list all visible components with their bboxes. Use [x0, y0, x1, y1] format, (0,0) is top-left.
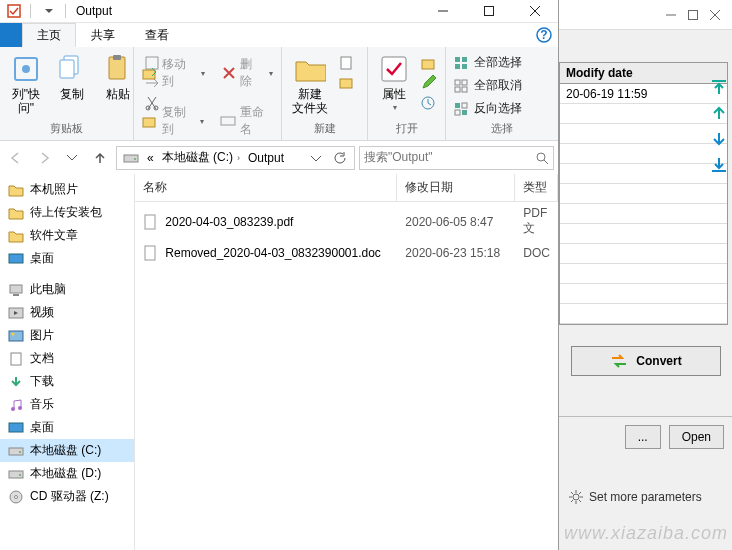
table-row[interactable] [560, 164, 727, 184]
table-row[interactable] [560, 264, 727, 284]
new-item-icon[interactable] [338, 55, 354, 71]
tab-share[interactable]: 共享 [76, 23, 130, 47]
tab-home[interactable]: 主页 [22, 23, 76, 47]
right-maximize-button[interactable] [688, 10, 698, 20]
tree-item[interactable]: 待上传安装包 [0, 201, 134, 224]
svg-rect-50 [9, 471, 23, 478]
nav-recent-button[interactable] [60, 146, 84, 170]
tree-item[interactable]: 本机照片 [0, 178, 134, 201]
right-close-button[interactable] [710, 10, 720, 20]
tree-item[interactable]: 图片 [0, 324, 134, 347]
rename-button[interactable]: 重命名 [218, 103, 275, 139]
table-row[interactable] [560, 244, 727, 264]
table-row[interactable] [560, 144, 727, 164]
table-row[interactable] [560, 304, 727, 324]
path-root-sep: « [143, 151, 158, 165]
col-modified[interactable]: 修改日期 [397, 174, 515, 201]
svg-rect-34 [124, 155, 138, 162]
copy-to-button[interactable]: 复制到▾ [140, 103, 206, 139]
tree-item[interactable]: 软件文章 [0, 224, 134, 247]
svg-rect-15 [143, 118, 155, 127]
convert-icon [610, 353, 628, 369]
table-row[interactable]: 20-06-19 11:59 [560, 84, 727, 104]
address-dropdown-button[interactable] [304, 146, 328, 170]
move-bottom-icon[interactable] [710, 156, 728, 174]
help-button[interactable]: ? [530, 23, 558, 47]
file-row[interactable]: Removed_2020-04-03_0832390001.doc2020-06… [135, 241, 558, 265]
tree-item[interactable]: 视频 [0, 301, 134, 324]
move-to-button[interactable]: 移动到▾ [140, 55, 207, 91]
path-drive[interactable]: 本地磁盘 (C:)› [158, 149, 244, 166]
svg-rect-54 [145, 215, 155, 229]
tree-item[interactable]: 音乐 [0, 393, 134, 416]
nav-tree[interactable]: 本机照片待上传安装包软件文章桌面此电脑视频图片文档下载音乐桌面本地磁盘 (C:)… [0, 174, 135, 550]
table-row[interactable] [560, 284, 727, 304]
svg-point-36 [537, 153, 545, 161]
tree-item[interactable]: 文档 [0, 347, 134, 370]
nav-back-button[interactable] [4, 146, 28, 170]
col-name[interactable]: 名称 [135, 174, 397, 201]
select-all-button[interactable]: 全部选择 [452, 53, 524, 72]
browse-button[interactable]: ... [625, 425, 661, 449]
file-list-header[interactable]: 名称 修改日期 类型 [135, 174, 558, 202]
history-icon[interactable] [420, 95, 436, 111]
file-icon [143, 245, 159, 261]
svg-rect-18 [340, 79, 352, 88]
nav-row: « 本地磁盘 (C:)› Output 搜索"Output" [0, 141, 558, 174]
open-button[interactable]: Open [669, 425, 724, 449]
path-folder[interactable]: Output [244, 151, 288, 165]
tree-item[interactable]: CD 驱动器 (Z:) [0, 485, 134, 508]
paste-icon [102, 53, 134, 85]
open-icon[interactable] [420, 55, 436, 71]
select-invert-button[interactable]: 反向选择 [452, 99, 524, 118]
group-clipboard-label: 剪贴板 [6, 121, 127, 138]
nav-forward-button[interactable] [32, 146, 56, 170]
set-more-parameters-link[interactable]: Set more parameters [569, 490, 702, 504]
address-bar[interactable]: « 本地磁盘 (C:)› Output [116, 146, 355, 170]
pin-quick-access-button[interactable]: 列"快问" [6, 51, 46, 118]
drive-icon [8, 443, 24, 459]
tree-item[interactable]: 本地磁盘 (C:) [0, 439, 134, 462]
tree-item[interactable]: 桌面 [0, 416, 134, 439]
svg-point-46 [18, 406, 22, 410]
new-folder-button[interactable]: 新建文件夹 [288, 51, 332, 118]
tree-item[interactable]: 本地磁盘 (D:) [0, 462, 134, 485]
tree-item[interactable]: 桌面 [0, 247, 134, 270]
close-button[interactable] [512, 0, 558, 23]
select-none-button[interactable]: 全部取消 [452, 76, 524, 95]
table-row[interactable] [560, 124, 727, 144]
ribbon: 列"快问" 复制 粘贴 剪贴板 [0, 47, 558, 141]
file-icon [143, 214, 159, 230]
nav-up-button[interactable] [88, 146, 112, 170]
drive-icon [119, 151, 143, 165]
copy-button[interactable]: 复制 [52, 51, 92, 103]
modify-date-header[interactable]: Modify date [560, 63, 727, 84]
tab-view[interactable]: 查看 [130, 23, 184, 47]
minimize-button[interactable] [420, 0, 466, 23]
move-top-icon[interactable] [710, 78, 728, 96]
easy-access-icon[interactable] [338, 75, 354, 91]
down-caret-icon[interactable] [41, 3, 57, 19]
table-row[interactable] [560, 184, 727, 204]
move-down-icon[interactable] [710, 130, 728, 148]
right-minimize-button[interactable] [666, 10, 676, 20]
col-type[interactable]: 类型 [515, 174, 558, 201]
maximize-button[interactable] [466, 0, 512, 23]
delete-button[interactable]: 删除▾ [219, 55, 275, 91]
tree-item[interactable]: 此电脑 [0, 278, 134, 301]
table-row[interactable] [560, 224, 727, 244]
move-up-icon[interactable] [710, 104, 728, 122]
paste-button[interactable]: 粘贴 [98, 51, 138, 103]
search-input[interactable]: 搜索"Output" [359, 146, 554, 170]
refresh-button[interactable] [328, 146, 352, 170]
file-tab[interactable] [0, 23, 22, 47]
svg-rect-26 [455, 80, 460, 85]
svg-rect-24 [455, 64, 460, 69]
table-row[interactable] [560, 204, 727, 224]
convert-button[interactable]: Convert [571, 346, 721, 376]
tree-item[interactable]: 下载 [0, 370, 134, 393]
file-row[interactable]: 2020-04-03_083239.pdf2020-06-05 8:47PDF … [135, 202, 558, 241]
edit-icon[interactable] [420, 75, 436, 91]
properties-button[interactable]: 属性▾ [374, 51, 414, 114]
table-row[interactable] [560, 104, 727, 124]
